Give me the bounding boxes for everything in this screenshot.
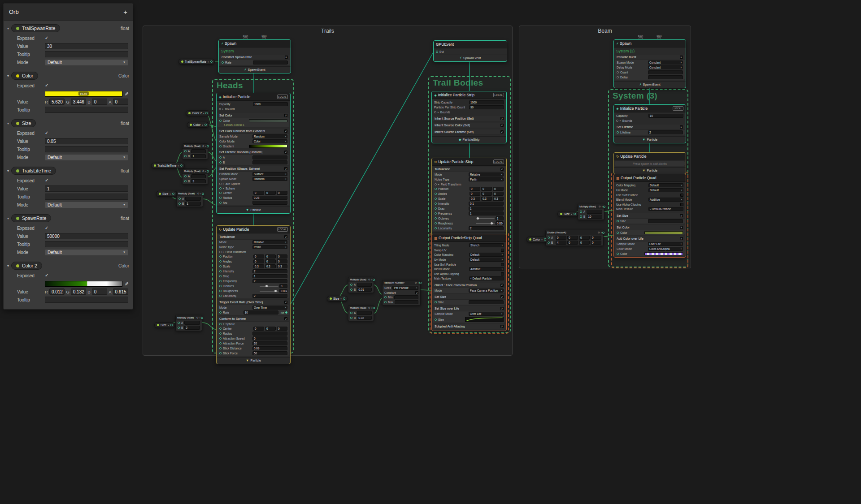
input-port[interactable] bbox=[435, 193, 437, 195]
value-field[interactable] bbox=[185, 197, 201, 201]
input-port[interactable] bbox=[616, 120, 618, 122]
dropdown[interactable]: Over Time▾ bbox=[252, 306, 287, 310]
chevron-down-icon[interactable]: ▾ bbox=[7, 216, 9, 220]
value-field[interactable]: 2 bbox=[252, 279, 287, 283]
block-header[interactable]: Turbulence✓ bbox=[217, 234, 289, 240]
slider-thumb[interactable] bbox=[491, 222, 493, 224]
slider-thumb[interactable] bbox=[265, 285, 268, 287]
chevron-down-icon[interactable]: ▾ bbox=[205, 145, 206, 147]
output-port[interactable] bbox=[170, 324, 173, 326]
value-field[interactable]: 2 bbox=[648, 130, 683, 134]
value-field[interactable] bbox=[587, 210, 602, 214]
chevron-down-icon[interactable]: ▾ bbox=[602, 206, 603, 208]
input-port[interactable] bbox=[435, 183, 437, 185]
dropdown[interactable]: Random▾ bbox=[252, 134, 287, 138]
block-header[interactable]: Constant Spawn Rate✓ bbox=[220, 55, 290, 60]
vector-field[interactable]: 0 bbox=[253, 327, 264, 331]
dropdown[interactable]: Random▾ bbox=[252, 177, 287, 181]
param-node-color-2[interactable]: Color 2▾ bbox=[186, 110, 210, 116]
output-port[interactable] bbox=[205, 112, 208, 114]
operator-multiply-1[interactable]: Multiply (float)⚙▾AB1 bbox=[182, 143, 208, 159]
block-enabled-checkbox[interactable]: ✓ bbox=[680, 56, 683, 59]
value-field[interactable] bbox=[648, 70, 683, 74]
vector-field[interactable]: 0.3 bbox=[277, 264, 287, 268]
block-enabled-checkbox[interactable]: ✓ bbox=[500, 117, 504, 120]
input-port[interactable] bbox=[617, 131, 619, 134]
block-header[interactable]: Set Color Random from Gradient✓ bbox=[217, 129, 289, 134]
node-initialize-particle-beam[interactable]: ◈Initialize ParticleLOCALCapacity10▸Boun… bbox=[613, 104, 686, 143]
gear-icon[interactable]: ⚙ bbox=[202, 145, 204, 147]
color-preview[interactable] bbox=[45, 281, 122, 287]
object-field[interactable]: ●Default-Particle bbox=[648, 207, 683, 211]
dropdown[interactable]: Color▾ bbox=[252, 139, 287, 143]
block-header[interactable]: Set Color✓ bbox=[615, 225, 685, 230]
block-header[interactable]: Set Size over Life✓ bbox=[433, 306, 505, 311]
input-port[interactable] bbox=[178, 202, 181, 205]
block-enabled-checkbox[interactable]: ✓ bbox=[500, 325, 504, 328]
block-enabled-checkbox[interactable]: ✓ bbox=[284, 114, 287, 117]
input-port[interactable] bbox=[219, 197, 222, 199]
chevron-down-icon[interactable]: ▾ bbox=[541, 238, 543, 241]
block-enabled-checkbox[interactable]: ✓ bbox=[680, 226, 683, 229]
node-header[interactable]: ⚡Spawn bbox=[614, 40, 686, 47]
node-output-particlestrip-quad[interactable]: ▦Output ParticleStrip QuadTiling ModeStr… bbox=[431, 234, 507, 331]
value-input[interactable]: 1 bbox=[45, 185, 128, 192]
input-port[interactable] bbox=[435, 301, 437, 303]
operator-header[interactable]: Divide (Vector4)⚙▾ bbox=[546, 230, 603, 235]
space-badge[interactable]: LOCAL bbox=[493, 93, 504, 97]
dropdown[interactable]: Surface▾ bbox=[252, 172, 287, 176]
vector-field[interactable]: 0 bbox=[591, 236, 601, 240]
input-port[interactable] bbox=[219, 270, 222, 272]
vector-field[interactable]: 0 bbox=[579, 236, 590, 240]
dropdown[interactable]: Stretch▾ bbox=[469, 243, 504, 247]
chevron-down-icon[interactable]: ▾ bbox=[208, 60, 209, 63]
input-port[interactable] bbox=[434, 111, 436, 113]
fold-closed-icon[interactable]: ▸ bbox=[222, 108, 224, 110]
block-enabled-checkbox[interactable]: ✓ bbox=[284, 235, 287, 238]
space-badge[interactable]: LOCAL bbox=[277, 95, 288, 99]
value-field[interactable] bbox=[469, 300, 504, 304]
value-field[interactable]: 5 bbox=[252, 336, 287, 340]
output-port[interactable] bbox=[207, 145, 209, 147]
input-port[interactable] bbox=[435, 188, 437, 190]
fold-closed-icon[interactable]: ▸ bbox=[438, 111, 439, 113]
vector-field[interactable]: 0 bbox=[253, 191, 264, 195]
block-enabled-checkbox[interactable]: ✓ bbox=[285, 56, 288, 59]
operator-header[interactable]: Multiply (float)⚙▾ bbox=[348, 277, 374, 282]
channel-value[interactable]: 0 bbox=[92, 289, 108, 295]
checkbox[interactable]: ✓ bbox=[415, 291, 418, 294]
color-preview[interactable]: HDR bbox=[45, 91, 122, 97]
value-field[interactable]: 1 bbox=[252, 274, 287, 278]
channel-value[interactable]: 0.615 bbox=[113, 289, 129, 295]
input-port[interactable] bbox=[219, 323, 222, 325]
chevron-down-icon[interactable]: ▾ bbox=[571, 213, 572, 215]
value-field[interactable]: 1 bbox=[469, 211, 504, 215]
block-header[interactable]: Set Lifetime Random (Uniform)✓ bbox=[217, 150, 289, 155]
value-field[interactable]: 1000 bbox=[253, 102, 288, 106]
value-field[interactable]: 2 bbox=[469, 226, 504, 230]
mode-dropdown[interactable]: Default▼ bbox=[45, 154, 128, 161]
node-header[interactable]: ◈Initialize ParticleLOCAL bbox=[217, 93, 290, 101]
input-port[interactable] bbox=[384, 296, 387, 298]
slider-track[interactable] bbox=[260, 286, 278, 287]
fold-closed-icon[interactable]: ▸ bbox=[438, 183, 439, 185]
value-field[interactable]: 0.02 bbox=[357, 316, 372, 320]
input-port[interactable] bbox=[184, 175, 187, 177]
input-port[interactable] bbox=[219, 280, 222, 282]
group-title[interactable]: Trails bbox=[143, 26, 512, 34]
input-port[interactable] bbox=[617, 253, 619, 255]
block-enabled-checkbox[interactable]: ✓ bbox=[284, 151, 287, 154]
value-field[interactable] bbox=[191, 174, 206, 178]
operator-header[interactable]: Multiply (float)⚙▾ bbox=[177, 191, 203, 196]
operator-header[interactable]: Multiply (float)⚙▾ bbox=[183, 169, 208, 174]
output-port[interactable] bbox=[574, 213, 576, 215]
input-port[interactable] bbox=[435, 222, 437, 224]
operator-multiply-3[interactable]: Multiply (float)⚙▾AB1 bbox=[176, 191, 203, 207]
value-input[interactable]: 50000 bbox=[45, 233, 128, 239]
input-port[interactable] bbox=[219, 285, 222, 287]
node-spawn-trails[interactable]: StartStop⚡SpawnSystemConstant Spawn Rate… bbox=[218, 39, 291, 73]
flow-port-start[interactable]: Start bbox=[638, 34, 644, 39]
param-node-size[interactable]: Size▾ bbox=[327, 296, 348, 302]
input-port[interactable] bbox=[219, 347, 222, 349]
block-header[interactable]: Set Position (Shape: Sphere)✓ bbox=[217, 166, 289, 172]
